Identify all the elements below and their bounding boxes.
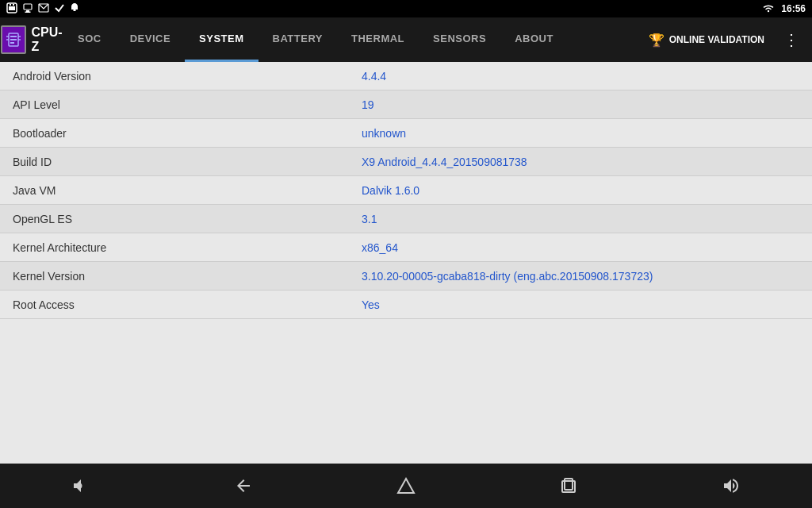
- email-icon: [38, 3, 49, 14]
- tab-battery[interactable]: BATTERY: [259, 17, 337, 62]
- svg-rect-6: [25, 12, 31, 13]
- download-icon: [22, 2, 33, 15]
- volume-up-button[interactable]: [706, 470, 756, 502]
- info-value: unknown: [349, 121, 812, 146]
- status-time: 16:56: [781, 3, 806, 14]
- logo-icon: [1, 25, 26, 54]
- info-value: Dalvik 1.6.0: [349, 178, 812, 203]
- tab-sensors[interactable]: SENSORS: [419, 17, 500, 62]
- table-row: Build IDX9 Android_4.4.4_201509081738: [0, 148, 812, 176]
- info-value: 4.4.4: [349, 64, 812, 89]
- svg-rect-12: [10, 36, 17, 37]
- top-bar: CPU-Z SOC DEVICE SYSTEM BATTERY THERMAL …: [0, 17, 812, 62]
- info-label: Kernel Architecture: [0, 235, 349, 260]
- status-bar: 16:56: [0, 0, 812, 17]
- info-value: Yes: [349, 292, 812, 318]
- info-label: Android Version: [0, 64, 349, 89]
- check-icon: [54, 2, 65, 15]
- status-bar-right: 16:56: [762, 3, 806, 14]
- tab-about[interactable]: ABOUT: [500, 17, 568, 62]
- home-button[interactable]: [381, 470, 431, 502]
- svg-rect-1: [9, 6, 15, 10]
- info-value: 19: [349, 92, 812, 117]
- svg-rect-4: [24, 4, 32, 10]
- info-value: 3.10.20-00005-gcaba818-dirty (eng.abc.20…: [349, 264, 812, 289]
- table-row: API Level19: [0, 90, 812, 119]
- info-value: X9 Android_4.4.4_201509081738: [349, 149, 812, 175]
- table-row: Root AccessYes: [0, 291, 812, 319]
- info-value: x86_64: [349, 235, 812, 260]
- tab-system[interactable]: SYSTEM: [185, 17, 258, 62]
- table-row: Kernel Architecturex86_64: [0, 233, 812, 262]
- content-area: Android Version4.4.4API Level19Bootloade…: [0, 62, 812, 464]
- bottom-bar: [0, 464, 812, 508]
- info-label: Root Access: [0, 292, 349, 318]
- wifi-icon: [762, 3, 775, 14]
- table-row: Kernel Version3.10.20-00005-gcaba818-dir…: [0, 262, 812, 291]
- info-label: API Level: [0, 92, 349, 117]
- info-label: Java VM: [0, 178, 349, 203]
- system-info-table: Android Version4.4.4API Level19Bootloade…: [0, 62, 812, 319]
- tab-soc[interactable]: SOC: [63, 17, 116, 62]
- svg-marker-19: [398, 479, 414, 493]
- app-title-text: CPU-Z: [31, 25, 62, 54]
- svg-rect-3: [13, 4, 14, 6]
- svg-rect-8: [74, 10, 76, 11]
- trophy-icon: 🏆: [649, 33, 665, 48]
- notification-icon: [70, 2, 79, 15]
- svg-rect-14: [10, 42, 14, 44]
- more-options-icon[interactable]: ⋮: [779, 30, 804, 49]
- info-label: Build ID: [0, 149, 349, 175]
- volume-down-button[interactable]: [56, 470, 106, 502]
- back-button[interactable]: [218, 470, 269, 502]
- app-logo: CPU-Z: [0, 25, 63, 54]
- table-row: Android Version4.4.4: [0, 62, 812, 90]
- info-label: OpenGL ES: [0, 206, 349, 232]
- status-bar-left: [6, 2, 79, 15]
- tab-thermal[interactable]: THERMAL: [337, 17, 419, 62]
- info-value: 3.1: [349, 206, 812, 232]
- svg-rect-13: [10, 39, 17, 40]
- top-bar-right: 🏆 ONLINE VALIDATION ⋮: [641, 28, 812, 52]
- nav-tabs: SOC DEVICE SYSTEM BATTERY THERMAL SENSOR…: [63, 17, 641, 62]
- table-row: OpenGL ES3.1: [0, 205, 812, 233]
- recents-button[interactable]: [543, 470, 594, 502]
- tab-device[interactable]: DEVICE: [116, 17, 185, 62]
- info-label: Kernel Version: [0, 264, 349, 289]
- sim-icon: [6, 2, 17, 15]
- table-row: Java VMDalvik 1.6.0: [0, 176, 812, 205]
- info-label: Bootloader: [0, 121, 349, 146]
- svg-point-9: [768, 10, 769, 12]
- online-validation-button[interactable]: 🏆 ONLINE VALIDATION: [641, 28, 772, 52]
- svg-rect-2: [10, 4, 11, 6]
- table-row: Bootloaderunknown: [0, 119, 812, 148]
